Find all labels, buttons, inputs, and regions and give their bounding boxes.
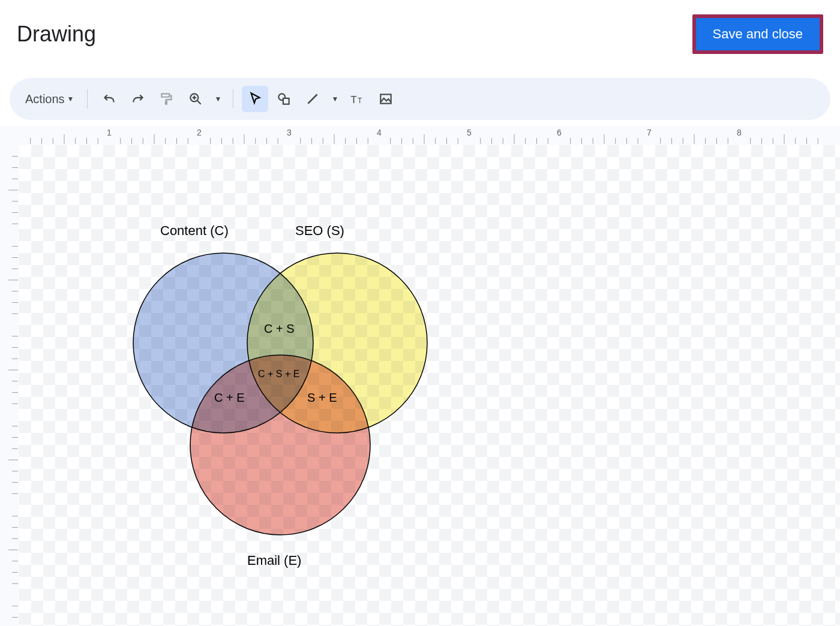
zoom-dropdown[interactable]: ▼ [211, 95, 224, 103]
venn-label-email[interactable]: Email (E) [247, 553, 301, 568]
svg-rect-9 [381, 94, 391, 103]
image-icon [378, 91, 394, 107]
vertical-ruler [0, 145, 19, 626]
text-icon: TT [349, 91, 365, 107]
redo-icon [130, 91, 146, 107]
actions-label: Actions [25, 92, 65, 106]
line-dropdown[interactable]: ▼ [328, 95, 341, 103]
svg-text:4: 4 [377, 128, 382, 137]
svg-text:2: 2 [197, 128, 202, 137]
svg-text:3: 3 [287, 128, 292, 137]
venn-label-seo[interactable]: SEO (S) [295, 223, 344, 239]
undo-icon [101, 91, 117, 107]
venn-label-se[interactable]: S + E [307, 391, 337, 405]
redo-button[interactable] [125, 86, 151, 112]
save-and-close-button[interactable]: Save and close [696, 18, 820, 50]
svg-rect-5 [283, 98, 289, 104]
toolbar-divider [233, 89, 233, 109]
venn-label-cs[interactable]: C + S [264, 322, 295, 336]
page-title: Drawing [17, 22, 96, 47]
toolbar-divider [87, 89, 88, 109]
venn-circle-email[interactable] [190, 355, 370, 535]
svg-line-6 [308, 94, 317, 103]
zoom-icon [188, 91, 203, 107]
caret-down-icon: ▼ [215, 95, 222, 103]
actions-menu-button[interactable]: Actions ▼ [20, 89, 79, 110]
svg-text:5: 5 [467, 128, 472, 137]
line-tool-button[interactable] [299, 86, 326, 112]
canvas-area: Content (C) SEO (S) Email (E) C + S C + … [0, 145, 840, 626]
svg-text:T: T [351, 94, 358, 106]
image-tool-button[interactable] [373, 86, 399, 112]
undo-button[interactable] [96, 86, 122, 112]
shapes-icon [276, 91, 292, 107]
select-tool-button[interactable] [242, 86, 268, 112]
horizontal-ruler: 12345678 [0, 126, 840, 145]
textbox-tool-button[interactable]: TT [344, 86, 370, 112]
paint-roller-icon [159, 91, 175, 107]
svg-text:6: 6 [557, 128, 562, 137]
caret-down-icon: ▼ [67, 95, 74, 103]
line-icon [305, 91, 320, 107]
caret-down-icon: ▼ [332, 95, 339, 103]
svg-text:1: 1 [107, 128, 112, 137]
save-button-highlight: Save and close [692, 14, 823, 54]
svg-text:T: T [358, 97, 362, 105]
venn-label-content[interactable]: Content (C) [160, 223, 229, 239]
cursor-icon [247, 91, 263, 107]
svg-text:7: 7 [647, 128, 652, 137]
venn-label-ce[interactable]: C + E [214, 391, 245, 405]
svg-line-1 [198, 101, 201, 104]
zoom-button[interactable] [182, 86, 209, 112]
svg-text:8: 8 [737, 128, 742, 137]
paint-format-button [154, 86, 180, 112]
venn-label-cse[interactable]: C + S + E [258, 369, 299, 380]
toolbar: Actions ▼ ▼ ▼ TT [10, 78, 830, 120]
shape-tool-button[interactable] [271, 86, 297, 112]
header: Drawing Save and close [0, 0, 840, 60]
drawing-canvas[interactable]: Content (C) SEO (S) Email (E) C + S C + … [19, 145, 840, 626]
